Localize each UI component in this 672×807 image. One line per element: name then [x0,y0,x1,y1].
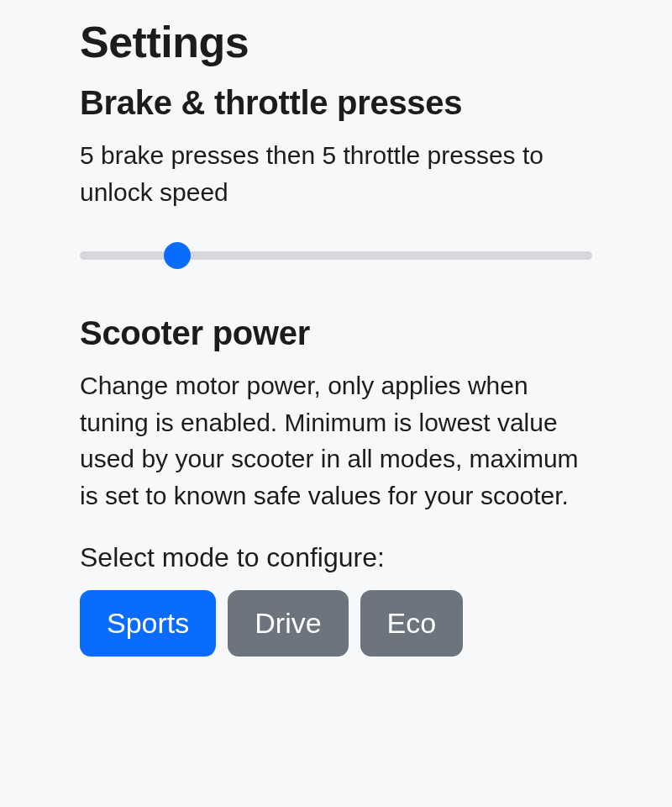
brake-throttle-description: 5 brake presses then 5 throttle presses … [80,137,592,210]
brake-throttle-title: Brake & throttle presses [80,84,592,122]
mode-button-eco[interactable]: Eco [360,590,464,657]
scooter-power-title: Scooter power [80,314,592,352]
page-title: Settings [80,17,592,67]
slider-thumb[interactable] [164,242,191,269]
mode-button-sports[interactable]: Sports [80,590,216,657]
slider-track [80,251,592,260]
mode-button-drive[interactable]: Drive [228,590,348,657]
scooter-power-section: Scooter power Change motor power, only a… [80,314,592,657]
brake-throttle-section: Brake & throttle presses 5 brake presses… [80,84,592,272]
scooter-power-description: Change motor power, only applies when tu… [80,367,592,514]
mode-buttons-group: Sports Drive Eco [80,590,592,657]
mode-select-label: Select mode to configure: [80,542,592,573]
brake-throttle-slider[interactable] [80,239,592,272]
